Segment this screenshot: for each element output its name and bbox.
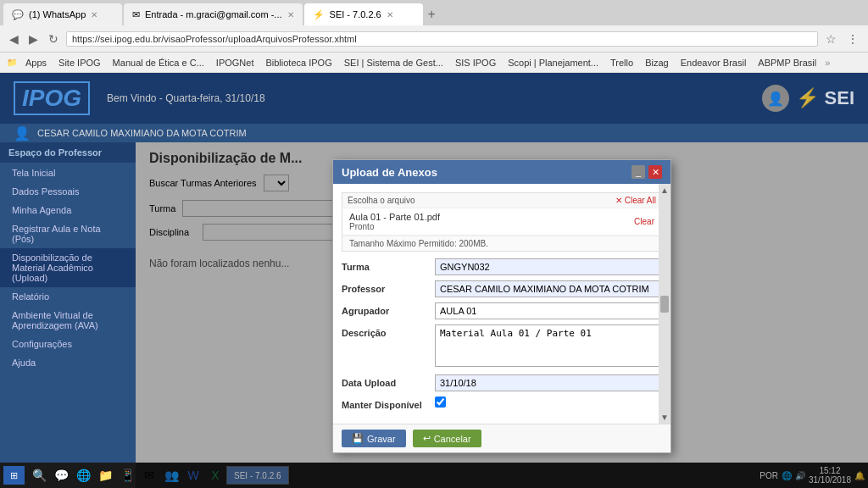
taskbar-icon-search[interactable]: 🔍: [30, 466, 48, 485]
form-row-professor: Professor: [342, 280, 662, 297]
bookmark-ipognet[interactable]: IPOGNet: [213, 57, 258, 69]
tab-close-sei[interactable]: ✕: [387, 10, 393, 19]
tab-sei[interactable]: ⚡ SEI - 7.0.2.6 ✕: [304, 3, 423, 25]
professor-form-input[interactable]: [435, 280, 662, 297]
gravar-button[interactable]: 💾 Gravar: [342, 430, 406, 447]
tab-close-whatsapp[interactable]: ✕: [91, 10, 97, 19]
save-icon: 💾: [352, 433, 364, 444]
data-form-input[interactable]: [435, 374, 662, 391]
agrupador-form-input[interactable]: [435, 302, 662, 319]
bookmark-apps[interactable]: Apps: [22, 57, 50, 69]
app-header: IPOG Bem Vindo - Quarta-feira, 31/10/18 …: [0, 73, 868, 124]
file-section: Escolha o arquivo ✕ Clear All Aula 01 - …: [342, 192, 662, 252]
turma-form-label: Turma: [342, 258, 435, 272]
bookmark-scopi[interactable]: Scopi | Planejament...: [504, 57, 602, 69]
descricao-form-textarea[interactable]: Material Aula 01 / Parte 01: [435, 324, 662, 367]
dialog-close-button[interactable]: ✕: [648, 165, 662, 179]
tab-label: Entrada - m.graci@gmail.com -...: [145, 9, 282, 19]
dialog-minimize-button[interactable]: _: [632, 165, 645, 179]
form-row-turma: Turma: [342, 258, 662, 275]
sidebar-item-ajuda[interactable]: Ajuda: [0, 353, 136, 372]
dialog-body: Escolha o arquivo ✕ Clear All Aula 01 - …: [333, 184, 670, 424]
sidebar-item-relatorio[interactable]: Relatório: [0, 287, 136, 306]
bookmark-bizag[interactable]: Bizag: [642, 57, 672, 69]
dialog-title: Upload de Anexos: [342, 166, 437, 179]
descricao-form-label: Descrição: [342, 324, 435, 338]
sidebar-item-tela-inicial[interactable]: Tela Inicial: [0, 164, 136, 182]
new-tab-button[interactable]: +: [425, 7, 439, 22]
sidebar-item-dados-pessoais[interactable]: Dados Pessoais: [0, 182, 136, 201]
address-bar: ◀ ▶ ↻ ☆ ⋮: [0, 25, 868, 53]
menu-button[interactable]: ⋮: [844, 32, 861, 46]
address-input[interactable]: [66, 31, 818, 47]
file-name: Aula 01 - Parte 01.pdf: [349, 212, 440, 222]
upload-dialog: Upload de Anexos _ ✕ Escolha o arquivo: [332, 159, 671, 453]
dialog-title-bar: Upload de Anexos _ ✕: [333, 160, 670, 184]
professor-form-label: Professor: [342, 280, 435, 294]
tab-whatsapp[interactable]: 💬 (1) WhatsApp ✕: [3, 3, 122, 25]
file-size-info: Tamanho Máximo Permitido: 200MB.: [342, 236, 661, 251]
sidebar-item-disponibilizacao[interactable]: Disponibilização de Material Acadêmico (…: [0, 248, 136, 287]
taskbar-icon-chrome[interactable]: 🌐: [74, 466, 92, 485]
start-button[interactable]: ⊞: [3, 466, 25, 485]
manter-checkbox[interactable]: [435, 396, 446, 408]
header-welcome: Bem Vindo - Quarta-feira, 31/10/18: [107, 92, 762, 104]
dialog-overlay: Upload de Anexos _ ✕ Escolha o arquivo: [136, 142, 868, 488]
user-bar: 👤 CESAR CAMILO MAXIMIANO DA MOTA COTRIM: [0, 124, 868, 142]
scroll-down-button[interactable]: ▼: [660, 413, 669, 422]
tab-label: (1) WhatsApp: [29, 9, 86, 19]
bookmark-button[interactable]: ☆: [823, 32, 839, 46]
file-header: Escolha o arquivo ✕ Clear All: [342, 193, 661, 208]
refresh-button[interactable]: ↻: [46, 32, 61, 46]
back-button[interactable]: ◀: [7, 32, 21, 46]
sidebar-item-configuracoes[interactable]: Configurações: [0, 335, 136, 353]
bookmark-manual[interactable]: Manual de Ética e C...: [109, 57, 208, 69]
bookmark-abpmp[interactable]: ABPMP Brasil: [754, 57, 820, 69]
clear-all-button[interactable]: ✕ Clear All: [615, 196, 656, 205]
file-item: Aula 01 - Parte 01.pdf Pronto Clear: [342, 208, 661, 236]
tab-bar: 💬 (1) WhatsApp ✕ ✉ Entrada - m.graci@gma…: [0, 0, 868, 25]
manter-form-label: Manter Disponível: [342, 396, 435, 410]
cancelar-button[interactable]: ↩ Cancelar: [413, 430, 481, 447]
sidebar-section-label: Espaço do Professor: [0, 142, 136, 163]
bookmarks-bar: 📁 Apps Site IPOG Manual de Ética e C... …: [0, 53, 868, 73]
file-status: Pronto: [349, 222, 440, 231]
sidebar-item-ava[interactable]: Ambiente Virtual de Aprendizagem (AVA): [0, 306, 136, 335]
agrupador-form-label: Agrupador: [342, 302, 435, 316]
taskbar-icon-whatsapp[interactable]: 📱: [118, 466, 136, 485]
forward-button[interactable]: ▶: [26, 32, 41, 46]
bookmark-sei[interactable]: SEI | Sistema de Gest...: [341, 57, 447, 69]
taskbar-icon-cortana[interactable]: 💬: [52, 466, 70, 485]
bookmark-biblioteca[interactable]: Biblioteca IPOG: [262, 57, 335, 69]
bookmark-ipog[interactable]: Site IPOG: [55, 57, 104, 69]
taskbar-icon-explorer[interactable]: 📁: [96, 466, 114, 485]
cancel-icon: ↩: [423, 433, 431, 444]
tab-close-gmail[interactable]: ✕: [287, 10, 294, 19]
tab-gmail[interactable]: ✉ Entrada - m.graci@gmail.com -... ✕: [124, 3, 303, 25]
ipog-logo: IPOG: [14, 81, 90, 115]
choose-file-area: Escolha o arquivo: [348, 196, 415, 205]
data-form-label: Data Upload: [342, 374, 435, 388]
sidebar-item-registrar-aula[interactable]: Registrar Aula e Nota (Pós): [0, 219, 136, 248]
content-area: Disponibilização de M... Buscar Turmas A…: [136, 142, 868, 488]
scroll-up-button[interactable]: ▲: [660, 186, 669, 195]
clear-file-button[interactable]: Clear: [634, 217, 654, 226]
bookmark-endeavor[interactable]: Endeavor Brasil: [677, 57, 750, 69]
bookmark-trello[interactable]: Trello: [607, 57, 637, 69]
form-row-agrupador: Agrupador: [342, 302, 662, 319]
tab-label: SEI - 7.0.2.6: [330, 9, 381, 19]
bookmark-sis[interactable]: SIS IPOG: [452, 57, 499, 69]
sei-logo: ⚡ SEI: [796, 87, 854, 109]
form-row-data: Data Upload: [342, 374, 662, 391]
form-row-manter: Manter Disponível: [342, 396, 662, 410]
form-row-descricao: Descrição Material Aula 01 / Parte 01: [342, 324, 662, 369]
sidebar-item-minha-agenda[interactable]: Minha Agenda: [0, 201, 136, 219]
dialog-footer: 💾 Gravar ↩ Cancelar: [333, 424, 670, 452]
turma-form-input[interactable]: [435, 258, 662, 275]
user-name: CESAR CAMILO MAXIMIANO DA MOTA COTRIM: [37, 128, 247, 138]
sidebar: Espaço do Professor Tela Inicial Dados P…: [0, 142, 136, 488]
